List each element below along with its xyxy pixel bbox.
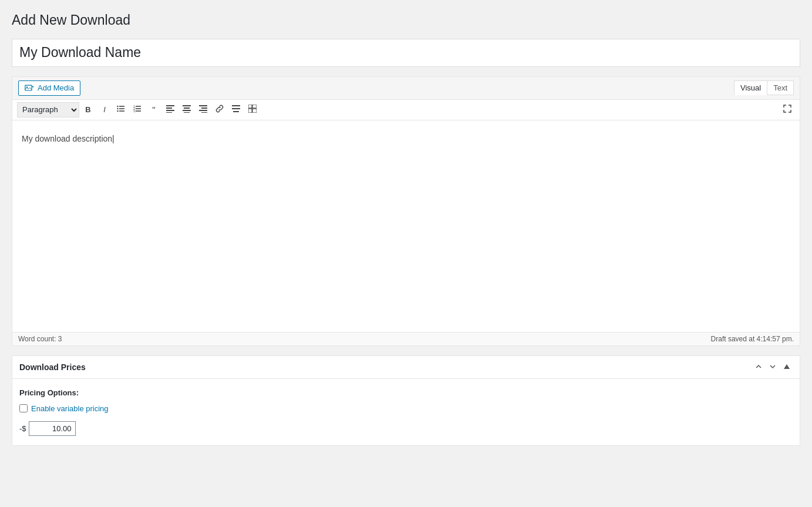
table-button[interactable] <box>245 102 260 117</box>
variable-pricing-label[interactable]: Enable variable pricing <box>31 404 109 413</box>
ul-icon <box>117 105 125 115</box>
price-prefix: -$ <box>19 424 26 433</box>
svg-rect-22 <box>199 105 207 106</box>
italic-icon: I <box>103 105 106 114</box>
ordered-list-button[interactable]: 1.2.3. <box>130 102 145 117</box>
svg-point-4 <box>117 108 118 109</box>
editor-content[interactable]: My download description <box>12 120 800 332</box>
svg-rect-19 <box>184 108 190 109</box>
variable-pricing-row: Enable variable pricing <box>19 404 793 413</box>
svg-rect-9 <box>136 106 141 108</box>
view-tabs: Visual Text <box>734 80 794 95</box>
bold-icon: B <box>85 105 90 114</box>
align-left-button[interactable] <box>163 102 178 117</box>
bold-button[interactable]: B <box>80 102 96 117</box>
metabox-title: Download Prices <box>19 362 86 372</box>
svg-point-2 <box>117 106 118 107</box>
svg-rect-30 <box>252 105 257 108</box>
metabox-arrow-up-button[interactable] <box>781 361 793 374</box>
svg-rect-7 <box>119 111 124 112</box>
chevron-up-icon <box>755 362 762 372</box>
tab-visual[interactable]: Visual <box>734 80 767 95</box>
svg-rect-26 <box>232 105 240 106</box>
editor-container: Add Media Visual Text Paragraph Heading … <box>12 76 800 346</box>
metabox-collapse-down-button[interactable] <box>767 361 779 374</box>
page-title: Add New Download <box>12 12 800 29</box>
metabox-controls <box>753 361 793 374</box>
draft-status: Draft saved at 4:14:57 pm. <box>711 335 794 343</box>
link-icon <box>215 105 224 115</box>
chevron-down-icon <box>769 362 776 372</box>
svg-rect-32 <box>252 109 257 113</box>
svg-rect-24 <box>199 110 207 111</box>
italic-button[interactable]: I <box>97 102 112 117</box>
editor-footer: Word count: 3 Draft saved at 4:14:57 pm. <box>12 332 800 345</box>
variable-pricing-checkbox[interactable] <box>19 404 28 412</box>
svg-rect-3 <box>119 106 124 108</box>
svg-rect-28 <box>233 111 239 112</box>
media-icon <box>25 83 34 93</box>
svg-rect-18 <box>183 105 191 106</box>
download-prices-metabox: Download Prices Pricing Options: <box>12 355 800 446</box>
align-center-button[interactable] <box>179 102 194 117</box>
svg-rect-5 <box>119 109 124 110</box>
editor-text: My download description <box>22 134 114 143</box>
arrow-up-icon <box>783 362 790 372</box>
download-title-input[interactable] <box>12 39 800 67</box>
format-select[interactable]: Paragraph Heading 1 Heading 2 Heading 3 … <box>17 102 79 117</box>
price-input[interactable] <box>29 421 76 436</box>
editor-topbar: Add Media Visual Text <box>12 77 800 100</box>
editor-toolbar: Paragraph Heading 1 Heading 2 Heading 3 … <box>12 100 800 120</box>
svg-rect-29 <box>248 105 252 108</box>
svg-rect-16 <box>166 110 174 111</box>
svg-rect-15 <box>166 108 172 109</box>
svg-rect-21 <box>184 112 190 113</box>
svg-rect-23 <box>201 108 207 109</box>
align-right-button[interactable] <box>196 102 211 117</box>
unordered-list-button[interactable] <box>113 102 129 117</box>
table-icon <box>248 105 257 115</box>
svg-rect-11 <box>136 109 141 110</box>
svg-marker-33 <box>784 364 790 369</box>
ol-icon: 1.2.3. <box>133 105 141 115</box>
horizontal-rule-button[interactable] <box>228 102 244 117</box>
expand-icon <box>783 105 791 115</box>
svg-rect-17 <box>166 112 172 113</box>
hr-icon <box>232 105 240 115</box>
blockquote-button[interactable]: " <box>146 102 161 117</box>
svg-rect-20 <box>183 110 191 111</box>
align-right-icon <box>199 105 207 115</box>
metabox-collapse-up-button[interactable] <box>753 361 764 374</box>
link-button[interactable] <box>212 102 227 117</box>
price-row: -$ <box>19 421 793 436</box>
metabox-header[interactable]: Download Prices <box>12 356 800 379</box>
svg-rect-31 <box>248 109 252 113</box>
align-center-icon <box>183 105 191 115</box>
word-count: Word count: 3 <box>18 335 62 343</box>
tab-text[interactable]: Text <box>767 80 794 95</box>
add-media-button[interactable]: Add Media <box>18 80 80 96</box>
add-media-label: Add Media <box>38 83 74 92</box>
svg-rect-0 <box>25 85 32 90</box>
svg-rect-13 <box>136 111 141 112</box>
align-left-icon <box>166 105 174 115</box>
metabox-body: Pricing Options: Enable variable pricing… <box>12 379 800 445</box>
svg-rect-25 <box>201 112 207 113</box>
svg-point-6 <box>117 110 118 112</box>
svg-text:3.: 3. <box>133 109 136 113</box>
svg-rect-14 <box>166 105 174 106</box>
svg-rect-27 <box>232 108 240 109</box>
expand-button[interactable] <box>780 102 795 117</box>
blockquote-icon: " <box>152 105 155 114</box>
pricing-options-label: Pricing Options: <box>19 388 793 397</box>
